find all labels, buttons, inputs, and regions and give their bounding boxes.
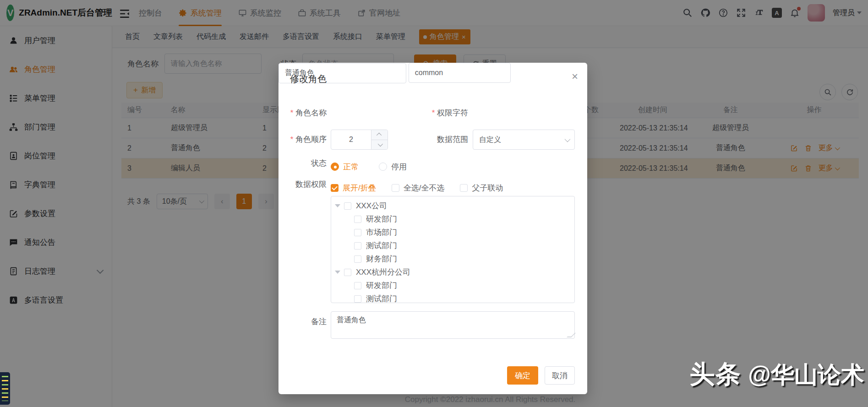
checkbox-icon[interactable]: [354, 216, 361, 223]
status-normal-radio[interactable]: 正常: [331, 162, 359, 172]
tree-node[interactable]: 测试部门: [331, 292, 574, 303]
remark-field-label: 备注: [278, 315, 327, 329]
checkbox-icon[interactable]: [354, 229, 361, 236]
tree-expand-icon[interactable]: [335, 204, 340, 207]
status-disabled-radio[interactable]: 停用: [379, 162, 407, 172]
perm-char-field-label: 权限字符: [422, 103, 468, 123]
tree-node[interactable]: 研发部门: [331, 212, 574, 226]
checkbox-icon[interactable]: [354, 255, 361, 263]
watermark: 头条@华山论术: [689, 358, 864, 391]
cancel-button[interactable]: 取消: [545, 366, 575, 385]
checkbox-icon[interactable]: [354, 242, 361, 250]
expand-collapse-checkbox[interactable]: 展开/折叠: [331, 183, 376, 193]
chevron-down-icon: [565, 136, 571, 142]
checkbox-icon[interactable]: [354, 282, 361, 289]
checkbox-icon[interactable]: [344, 202, 351, 210]
remark-textarea[interactable]: 普通角色: [331, 311, 575, 339]
data-scope-field-label: 数据范围: [422, 130, 468, 150]
checkbox-icon: [460, 184, 468, 192]
department-tree: XXX公司 研发部门 市场部门 测试部门 财务部门 XXX杭州分公司: [331, 196, 575, 303]
tree-expand-icon[interactable]: [335, 271, 340, 274]
tree-node[interactable]: XXX公司: [331, 199, 574, 212]
data-permission-label: 数据权限: [278, 178, 327, 191]
select-all-checkbox[interactable]: 全选/全不选: [392, 183, 445, 193]
parent-child-link-checkbox[interactable]: 父子联动: [460, 183, 503, 193]
role-order-field-label: 角色顺序: [278, 130, 327, 150]
edit-role-dialog: 修改角色 × 角色名称 权限字符 角色顺序 2 数据范围 自定义 状态 正常: [278, 63, 587, 394]
checkbox-icon[interactable]: [354, 295, 361, 303]
stepper-up-button[interactable]: [371, 130, 388, 140]
dialog-title: 修改角色: [290, 73, 327, 85]
checkbox-icon[interactable]: [344, 269, 351, 276]
tree-node[interactable]: 研发部门: [331, 279, 574, 292]
status-field-label: 状态: [278, 157, 327, 170]
role-order-stepper[interactable]: 2: [331, 130, 388, 150]
corner-widget: [0, 372, 10, 405]
status-radio-group: 正常 停用: [331, 160, 407, 174]
radio-icon: [379, 163, 387, 171]
role-order-value: 2: [331, 130, 371, 149]
stepper-down-button[interactable]: [371, 140, 388, 150]
role-name-field-label: 角色名称: [278, 103, 327, 123]
tree-node[interactable]: 市场部门: [331, 226, 574, 239]
tree-node[interactable]: 财务部门: [331, 252, 574, 266]
checkbox-icon: [331, 184, 338, 192]
tree-node[interactable]: 测试部门: [331, 239, 574, 252]
dialog-footer: 确定 取消: [507, 366, 575, 385]
data-scope-select[interactable]: 自定义: [473, 130, 575, 150]
confirm-button[interactable]: 确定: [507, 366, 538, 385]
close-icon[interactable]: ×: [572, 71, 578, 82]
radio-icon: [331, 163, 339, 171]
data-permission-options: 展开/折叠 全选/全不选 父子联动: [331, 181, 503, 195]
tree-node[interactable]: XXX杭州分公司: [331, 266, 574, 279]
checkbox-icon: [392, 184, 399, 192]
perm-char-field[interactable]: [409, 63, 511, 83]
screen: V ZRAdmin.NET后台管理 控制台 系统管理 系统监控 系统工具: [0, 0, 868, 407]
